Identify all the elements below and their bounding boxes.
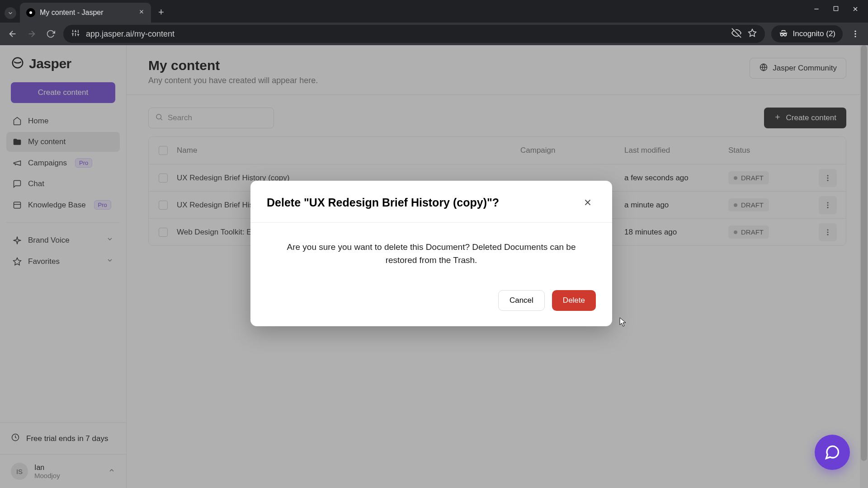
browser-tab-strip: My content - Jasper + xyxy=(0,0,868,23)
browser-menu-button[interactable] xyxy=(849,28,862,40)
reload-button[interactable] xyxy=(44,28,57,40)
browser-tab[interactable]: My content - Jasper xyxy=(20,3,151,23)
site-settings-icon[interactable] xyxy=(71,29,80,39)
svg-point-22 xyxy=(854,31,856,32)
tab-favicon xyxy=(26,8,35,17)
chat-fab[interactable] xyxy=(815,435,850,470)
app-viewport: Jasper Create content Home My content Ca… xyxy=(0,45,868,488)
bookmark-icon[interactable] xyxy=(748,28,757,40)
forward-button[interactable] xyxy=(25,28,38,40)
tab-close-button[interactable] xyxy=(138,9,145,17)
delete-button[interactable]: Delete xyxy=(552,290,596,311)
incognito-label: Incognito (2) xyxy=(793,29,836,38)
browser-toolbar: app.jasper.ai/my-content Incognito (2) xyxy=(0,23,868,45)
svg-point-20 xyxy=(780,33,783,36)
incognito-eye-icon[interactable] xyxy=(731,28,741,40)
maximize-button[interactable] xyxy=(833,5,839,14)
svg-point-0 xyxy=(29,11,32,14)
mouse-cursor xyxy=(619,317,627,327)
window-controls xyxy=(813,5,863,23)
tab-title: My content - Jasper xyxy=(40,9,134,17)
back-button[interactable] xyxy=(6,28,19,40)
incognito-indicator[interactable]: Incognito (2) xyxy=(771,25,843,42)
svg-marker-19 xyxy=(748,29,756,36)
modal-close-button[interactable] xyxy=(580,194,596,211)
svg-point-23 xyxy=(854,33,856,34)
close-window-button[interactable] xyxy=(852,5,859,14)
svg-point-24 xyxy=(854,36,856,37)
minimize-button[interactable] xyxy=(813,5,820,14)
svg-rect-4 xyxy=(834,6,838,10)
tab-search-button[interactable] xyxy=(5,7,16,19)
svg-point-21 xyxy=(783,33,786,36)
modal-body-text: Are you sure you want to delete this Doc… xyxy=(250,223,612,280)
modal-title: Delete "UX Redesign Brief History (copy)… xyxy=(267,196,499,209)
delete-confirm-dialog: Delete "UX Redesign Brief History (copy)… xyxy=(250,181,612,326)
url-text: app.jasper.ai/my-content xyxy=(86,29,175,39)
cancel-button[interactable]: Cancel xyxy=(498,290,545,311)
new-tab-button[interactable]: + xyxy=(158,6,164,18)
address-bar[interactable]: app.jasper.ai/my-content xyxy=(63,25,765,43)
